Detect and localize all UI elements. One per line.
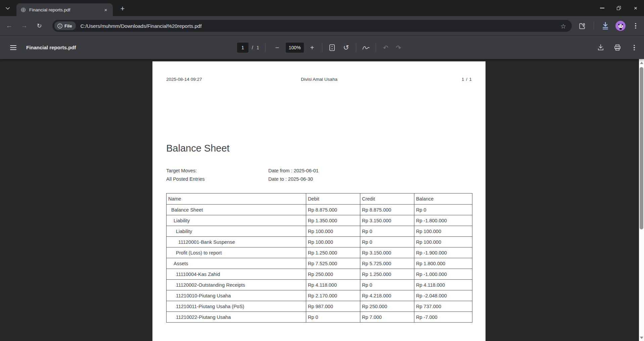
cell-credit: Rp 8.875.000 [360,205,414,215]
table-row: Profit (Loss) to reportRp 1.250.000Rp 3.… [167,247,472,258]
fit-to-page-button[interactable] [326,42,338,53]
pdf-menu-kebab-button[interactable] [629,43,639,53]
cell-credit: Rp 3.150.000 [360,247,414,258]
restore-icon [617,6,621,10]
download-icon [597,44,604,51]
file-scheme-chip[interactable]: File [54,21,76,30]
cell-balance: Rp 100.000 [414,226,472,237]
browser-window: Financial reports.pdf × + × ← → ↻ File [0,0,644,341]
target-moves-block: Target Moves: All Posted Entries [166,167,204,183]
active-tab[interactable]: Financial reports.pdf × [16,3,113,16]
address-bar[interactable]: File C:/Users/muhmm/Downloads/Financial%… [52,20,572,32]
cell-name: 11210011-Piutang Usaha (PoS) [167,301,306,312]
cell-balance: Rp -1.000.000 [414,269,472,280]
page-number-input[interactable]: 1 [237,43,248,53]
cell-name: Assets [167,258,306,269]
tab-close-icon[interactable]: × [102,6,109,13]
cell-debit: Rp 1.250.000 [306,247,360,258]
extensions-button[interactable] [578,21,586,30]
balance-table-body: Balance SheetRp 8.875.000Rp 8.875.000Rp … [167,205,472,323]
date-range-block: Date from : 2025-06-01 Date to : 2025-06… [268,167,319,183]
printer-icon [614,44,621,51]
cell-name: Profit (Loss) to report [167,247,306,258]
column-header-balance: Balance [414,193,472,205]
forward-button[interactable]: → [19,21,29,31]
table-row: AssetsRp 7.525.000Rp 5.725.000Rp 1.800.0… [167,258,472,269]
date-from: Date from : 2025-06-01 [268,167,319,175]
back-button[interactable]: ← [4,21,14,31]
pdf-download-button[interactable] [596,43,606,53]
cell-name: 11210010-Piutang Usaha [167,290,306,301]
date-to: Date to : 2025-06-30 [268,175,319,183]
kebab-menu-icon [634,45,635,50]
cell-debit: Rp 4.118.000 [306,280,360,290]
window-controls: × [594,0,644,16]
column-header-credit: Credit [360,193,414,205]
cell-balance: Rp -7.000 [414,312,472,323]
pen-squiggle-icon [362,45,370,51]
target-moves-value: All Posted Entries [166,175,204,183]
cell-credit: Rp 7.000 [360,312,414,323]
cell-name: 11120001-Bank Suspense [167,237,306,247]
cell-name: Liability [167,215,306,226]
pdf-document-title: Financial reports.pdf [26,45,76,50]
column-header-name: Name [167,193,306,205]
cell-credit: Rp 3.150.000 [360,215,414,226]
minimize-button[interactable] [594,0,610,16]
scroll-down-arrow-icon[interactable] [640,337,643,339]
new-tab-button[interactable]: + [118,4,128,14]
pdf-viewport[interactable]: 2025-08-14 09:27 Divisi Amal Usaha 1 / 1… [0,59,644,341]
rotate-button[interactable]: ↺ [340,42,352,53]
cell-credit: Rp 0 [360,280,414,290]
browser-menu-button[interactable] [631,21,640,30]
cell-credit: Rp 4.218.000 [360,290,414,301]
url-text: C:/Users/muhmm/Downloads/Financial%20rep… [80,23,201,29]
close-button[interactable]: × [627,0,644,16]
table-row: 11120001-Bank SuspenseRp 100.000Rp 0Rp 1… [167,237,472,247]
bookmark-star-icon[interactable]: ☆ [560,22,566,30]
table-row: LiabilityRp 1.350.000Rp 3.150.000Rp -1.8… [167,215,472,226]
zoom-level[interactable]: 100% [286,43,304,53]
cell-credit: Rp 0 [360,237,414,247]
vertical-scrollbar[interactable] [639,59,644,341]
info-icon [57,23,62,29]
zoom-in-button[interactable]: + [307,42,318,53]
column-header-debit: Debit [306,193,360,205]
print-button[interactable] [612,43,623,53]
pdf-page: 2025-08-14 09:27 Divisi Amal Usaha 1 / 1… [152,61,486,341]
report-timestamp: 2025-08-14 09:27 [166,77,301,82]
tab-search-button[interactable] [3,3,13,13]
redo-button[interactable]: ↷ [393,42,404,53]
cell-balance: Rp 4.118.000 [414,280,472,290]
annotate-button[interactable] [360,42,372,53]
undo-button[interactable]: ↶ [380,42,392,53]
zoom-out-button[interactable]: − [272,42,283,53]
cell-name: 11110004-Kas Zahid [167,269,306,280]
scroll-up-arrow-icon[interactable] [640,62,643,64]
panda-avatar-image [618,24,624,29]
pdf-toolbar-right [596,36,639,59]
toolbar-divider [594,22,594,30]
tab-strip: Financial reports.pdf × + × [0,0,644,16]
table-row: 11210010-Piutang UsahaRp 2.170.000Rp 4.2… [167,290,472,301]
restore-button[interactable] [610,0,627,16]
profile-avatar[interactable] [615,21,626,31]
reload-button[interactable]: ↻ [34,21,44,31]
cell-credit: Rp 250.000 [360,301,414,312]
file-chip-label: File [64,23,72,29]
cell-balance: Rp -2.048.000 [414,290,472,301]
downloads-button[interactable] [601,21,610,30]
cell-name: Liability [167,226,306,237]
table-row: Balance SheetRp 8.875.000Rp 8.875.000Rp … [167,205,472,215]
table-row: 11210022-Piutang UsahaRp 0Rp 7.000Rp -7.… [167,312,472,323]
pdf-menu-button[interactable] [10,45,16,50]
download-icon [602,22,609,30]
page-total: 1 [257,45,259,50]
cell-debit: Rp 100.000 [306,237,360,247]
cell-debit: Rp 987.000 [306,301,360,312]
cell-debit: Rp 2.170.000 [306,290,360,301]
cell-balance: Rp -1.900.000 [414,247,472,258]
scrollbar-thumb[interactable] [640,67,643,229]
pdf-controls: 1 / 1 − 100% + ↺ ↶ [237,36,404,59]
page-separator: / [252,45,253,50]
